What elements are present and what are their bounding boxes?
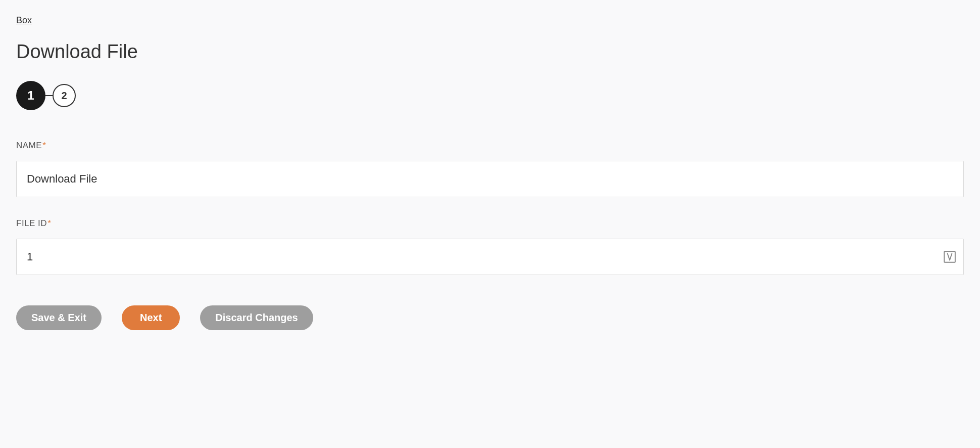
breadcrumb: Box bbox=[16, 15, 964, 26]
file-id-input[interactable] bbox=[16, 239, 964, 275]
step-connector bbox=[45, 95, 53, 96]
step-2[interactable]: 2 bbox=[53, 84, 76, 107]
svg-rect-0 bbox=[944, 251, 955, 262]
file-id-label: FILE ID* bbox=[16, 218, 964, 229]
name-label: NAME* bbox=[16, 141, 964, 151]
step-1[interactable]: 1 bbox=[16, 81, 45, 110]
next-button[interactable]: Next bbox=[122, 305, 180, 330]
name-input[interactable] bbox=[16, 161, 964, 197]
page-title: Download File bbox=[16, 41, 964, 63]
required-asterisk: * bbox=[42, 141, 46, 150]
file-id-input-wrapper bbox=[16, 239, 964, 275]
button-row: Save & Exit Next Discard Changes bbox=[16, 305, 964, 330]
save-exit-button[interactable]: Save & Exit bbox=[16, 305, 102, 330]
required-asterisk: * bbox=[47, 218, 51, 228]
form-group-name: NAME* bbox=[16, 141, 964, 197]
variable-icon[interactable] bbox=[943, 250, 956, 263]
name-label-text: NAME bbox=[16, 141, 42, 150]
discard-changes-button[interactable]: Discard Changes bbox=[200, 305, 313, 330]
breadcrumb-link-box[interactable]: Box bbox=[16, 15, 32, 25]
form-group-file-id: FILE ID* bbox=[16, 218, 964, 275]
stepper: 1 2 bbox=[16, 81, 964, 110]
file-id-label-text: FILE ID bbox=[16, 218, 47, 228]
